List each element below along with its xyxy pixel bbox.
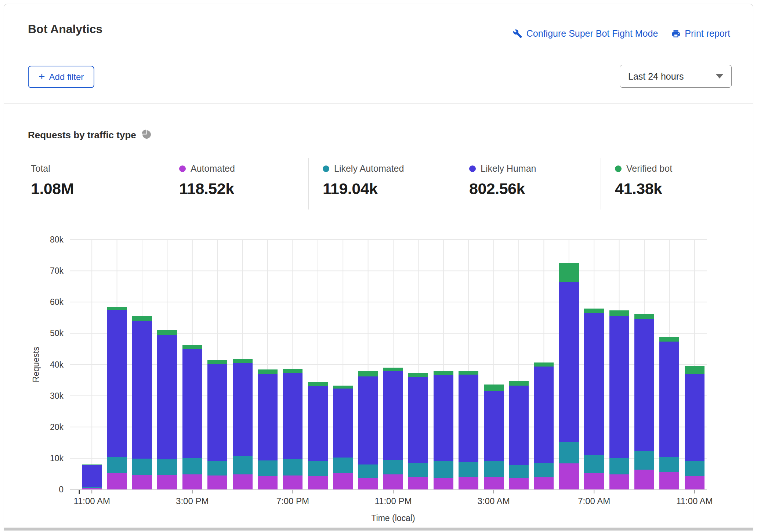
bar-segment (82, 464, 102, 465)
bar-9-00-am[interactable] (634, 314, 654, 489)
bar-10-00-am[interactable] (659, 337, 679, 489)
bar-segment (434, 375, 453, 462)
print-report-link[interactable]: Print report (671, 28, 730, 39)
bar-segment (459, 371, 478, 374)
y-tick-label: 70k (50, 266, 64, 276)
bar-segment (484, 477, 504, 489)
bar-12-00-pm[interactable] (107, 307, 127, 489)
bar-segment (157, 335, 177, 459)
bar-segment (534, 367, 554, 463)
analytics-card: Bot Analytics Configure Super Bot Fight … (4, 4, 753, 532)
bar-segment (258, 476, 278, 489)
header-divider (4, 103, 753, 103)
bar-3-00-pm[interactable] (182, 345, 202, 489)
bar-10-00-pm[interactable] (358, 371, 378, 489)
bar-7-00-pm[interactable] (283, 369, 303, 489)
x-tick-label: 3:00 PM (176, 496, 209, 506)
bar-segment (308, 461, 328, 476)
bar-segment (408, 463, 428, 477)
wrench-icon (513, 29, 522, 39)
stat-total: Total 1.08M (4, 158, 165, 209)
time-range-value: Last 24 hours (628, 71, 684, 82)
y-tick-label: 30k (50, 391, 64, 401)
bar-8-00-am[interactable] (609, 310, 629, 489)
stat-likely-automated: Likely Automated 119.04k (308, 158, 455, 209)
bar-segment (659, 342, 679, 457)
bar-1-00-pm[interactable] (132, 316, 152, 489)
bar-segment (609, 458, 629, 474)
bar-12-00-am[interactable] (408, 373, 428, 489)
bar-segment (685, 461, 705, 476)
bar-9-00-pm[interactable] (333, 386, 353, 489)
y-axis-title: Requests (31, 347, 41, 382)
bar-segment (132, 321, 152, 458)
bar-segment (584, 309, 604, 313)
automated-legend-dot (179, 165, 186, 172)
bar-segment (358, 376, 378, 464)
bar-segment (408, 477, 428, 489)
bar-segment (283, 475, 303, 489)
add-filter-button[interactable]: + Add filter (28, 66, 94, 88)
stat-likely-human: Likely Human 802.56k (455, 158, 601, 209)
bar-6-00-pm[interactable] (258, 369, 278, 489)
bar-segment (182, 458, 202, 474)
bar-segment (634, 319, 654, 451)
stat-verified-bot-value: 41.38k (615, 180, 749, 198)
bar-segment (207, 461, 227, 475)
bar-3-00-am[interactable] (484, 385, 504, 489)
bar-segment (233, 359, 253, 363)
x-tick-label: 11:00 AM (676, 496, 713, 506)
bar-5-00-am[interactable] (534, 362, 554, 489)
bar-segment (157, 475, 177, 489)
bar-segment (132, 475, 152, 489)
configure-super-bot-fight-mode-link[interactable]: Configure Super Bot Fight Mode (513, 28, 658, 39)
bar-4-00-am[interactable] (509, 381, 529, 489)
x-tick-label: 7:00 AM (578, 496, 610, 506)
plus-icon: + (39, 71, 45, 82)
y-tick-label: 10k (50, 453, 64, 463)
configure-link-label: Configure Super Bot Fight Mode (526, 28, 658, 39)
bar-11-00-am[interactable] (685, 366, 705, 489)
stat-likely-human-label: Likely Human (481, 163, 536, 174)
bar-2-00-pm[interactable] (157, 330, 177, 489)
bar-segment (107, 310, 127, 457)
bar-segment (82, 465, 102, 487)
bar-4-00-pm[interactable] (207, 360, 227, 489)
bar-segment (207, 364, 227, 461)
bar-6-00-am[interactable] (559, 263, 579, 489)
stat-likely-automated-value: 119.04k (323, 180, 451, 198)
bar-segment (107, 457, 127, 473)
bar-segment (559, 442, 579, 464)
bar-2-00-am[interactable] (459, 371, 478, 489)
bar-segment (258, 460, 278, 476)
x-tick-label: 11:00 AM (73, 496, 110, 506)
bar-segment (509, 465, 529, 478)
bar-segment (609, 310, 629, 316)
bar-1-00-am[interactable] (434, 371, 453, 489)
bar-segment (82, 487, 102, 488)
bar-segment (207, 475, 227, 489)
bar-segment (634, 314, 654, 319)
bar-7-00-am[interactable] (584, 309, 604, 489)
bar-segment (283, 459, 303, 475)
bar-segment (484, 391, 504, 461)
bar-segment (584, 473, 604, 489)
bar-segment (408, 373, 428, 377)
bar-11-00-pm[interactable] (383, 368, 403, 489)
verified-bot-legend-dot (615, 165, 622, 172)
bar-segment (107, 307, 127, 310)
bar-5-00-pm[interactable] (233, 359, 253, 489)
time-range-select[interactable]: Last 24 hours (620, 65, 732, 88)
bar-segment (333, 389, 353, 458)
chevron-down-icon (716, 74, 723, 79)
bar-11-00-am[interactable] (82, 464, 102, 489)
bar-segment (358, 464, 378, 478)
bar-8-00-pm[interactable] (308, 382, 328, 489)
bar-segment (207, 360, 227, 364)
bar-segment (434, 461, 453, 478)
bar-segment (559, 463, 579, 489)
pie-chart-icon (142, 130, 152, 141)
bar-segment (308, 386, 328, 461)
bar-segment (634, 451, 654, 470)
bar-segment (383, 460, 403, 474)
